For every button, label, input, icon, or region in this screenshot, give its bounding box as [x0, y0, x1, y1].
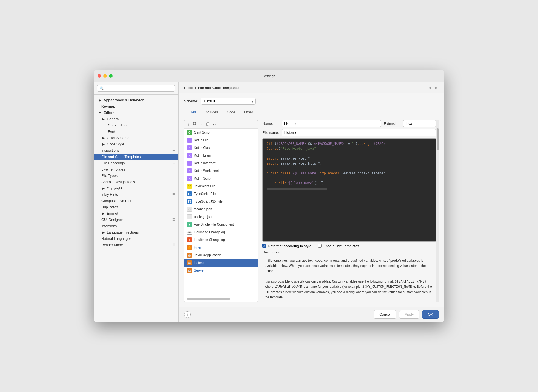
copy-template-button[interactable]: [192, 122, 198, 127]
list-item[interactable]: K Kotlin File: [184, 136, 258, 144]
collapse-icon: ▼: [98, 111, 102, 115]
scheme-label: Scheme:: [184, 99, 198, 103]
live-templates-checkbox[interactable]: [318, 244, 322, 248]
item-icon: Y: [187, 237, 192, 242]
sidebar-item-inlay-hints[interactable]: Inlay Hints ☰: [94, 191, 178, 198]
tab-files[interactable]: Files: [184, 108, 200, 116]
item-icon: G: [187, 130, 192, 135]
live-templates-checkbox-wrap[interactable]: Enable Live Templates: [318, 244, 359, 248]
reformat-checkbox[interactable]: [262, 244, 266, 248]
list-item[interactable]: K Kotlin Enum: [184, 152, 258, 159]
sidebar-item-file-types[interactable]: File Types: [94, 172, 178, 179]
tab-other[interactable]: Other: [240, 108, 257, 116]
sidebar-item-appearance[interactable]: ▶ Appearance & Behavior: [94, 97, 178, 103]
sidebar-item-emmet[interactable]: ▶ Emmet: [94, 210, 178, 217]
sidebar-item-keymap[interactable]: Keymap: [94, 103, 178, 109]
sidebar-item-inspections[interactable]: Inspections ☰: [94, 147, 178, 154]
cancel-button[interactable]: Cancel: [374, 310, 396, 319]
list-item[interactable]: G Gant Script: [184, 129, 258, 136]
add-template-button[interactable]: +: [187, 122, 191, 127]
help-button[interactable]: ?: [184, 311, 191, 318]
search-input-wrap[interactable]: 🔍: [97, 85, 175, 92]
sidebar-item-editor[interactable]: ▼ Editor: [94, 109, 178, 116]
list-item[interactable]: 🟠 Filter: [184, 244, 258, 251]
ok-button[interactable]: OK: [422, 310, 439, 319]
list-item[interactable]: ▼ Vue Single File Component: [184, 221, 258, 228]
list-item[interactable]: TS TypeScript File: [184, 190, 258, 198]
sidebar-tree: ▶ Appearance & Behavior Keymap ▼ Editor …: [94, 95, 178, 322]
sidebar-item-font[interactable]: Font: [94, 128, 178, 135]
duplicate-template-button[interactable]: [205, 122, 211, 127]
template-list-panel: + − ↩: [184, 120, 258, 302]
close-button[interactable]: [98, 74, 101, 78]
minimize-button[interactable]: [103, 74, 107, 78]
breadcrumb-bar: Editor › File and Code Templates ◀ ▶: [179, 82, 444, 93]
sidebar-item-general[interactable]: ▶ General: [94, 116, 178, 122]
maximize-button[interactable]: [109, 74, 113, 78]
sidebar-item-label: Inlay Hints: [101, 192, 118, 197]
sidebar-item-intentions[interactable]: Intentions: [94, 223, 178, 229]
sidebar-item-duplicates[interactable]: Duplicates: [94, 204, 178, 210]
item-icon: </>: [187, 230, 192, 235]
sidebar-item-file-encodings[interactable]: File Encodings ☰: [94, 160, 178, 166]
expand-icon: ▶: [101, 142, 105, 146]
scheme-select[interactable]: Default: [201, 98, 256, 105]
list-item-listener[interactable]: ☕ Listener: [184, 259, 258, 267]
item-label: Vue Single File Component: [194, 223, 234, 226]
filename-input[interactable]: [282, 129, 436, 136]
template-list: G Gant Script K Kotlin File K: [184, 129, 258, 295]
sidebar-item-label: Duplicates: [101, 205, 118, 209]
sidebar-item-live-templates[interactable]: Live Templates: [94, 166, 178, 172]
code-scrollbar-thumb[interactable]: [267, 188, 327, 190]
sidebar-item-language-injections[interactable]: ▶ Language Injections ☰: [94, 229, 178, 235]
code-editor[interactable]: #if (${PACKAGE_NAME} && ${PACKAGE_NAME} …: [262, 138, 436, 242]
tab-code[interactable]: Code: [222, 108, 240, 116]
reset-template-button[interactable]: ↩: [212, 122, 217, 127]
tab-includes[interactable]: Includes: [200, 108, 222, 116]
reformat-checkbox-wrap[interactable]: Reformat according to style: [262, 244, 311, 248]
search-input[interactable]: [105, 87, 173, 90]
sidebar-item-compose-live-edit[interactable]: Compose Live Edit: [94, 198, 178, 204]
sidebar-item-label: GUI Designer: [101, 218, 123, 222]
sidebar-item-color-scheme[interactable]: ▶ Color Scheme: [94, 135, 178, 141]
list-scrollbar-thumb[interactable]: [187, 298, 230, 300]
list-item[interactable]: {} tsconfig.json: [184, 205, 258, 213]
sidebar-item-code-editing[interactable]: Code Editing: [94, 122, 178, 128]
vertical-scrollbar[interactable]: [436, 120, 439, 302]
list-item[interactable]: TS TypeScript JSX File: [184, 198, 258, 205]
sidebar-item-android-design-tools[interactable]: Android Design Tools: [94, 179, 178, 185]
list-item[interactable]: Y Liquibase Changelog: [184, 236, 258, 244]
list-item[interactable]: K Kotlin Interface: [184, 159, 258, 167]
list-item[interactable]: K Kotlin Class: [184, 144, 258, 152]
sidebar-item-natural-languages[interactable]: Natural Languages: [94, 235, 178, 242]
filename-row: File name:: [262, 129, 436, 136]
remove-template-button[interactable]: −: [199, 122, 204, 127]
item-icon: ☕: [187, 268, 192, 273]
list-item[interactable]: JS JavaScript File: [184, 182, 258, 190]
list-item[interactable]: K Kotlin Script: [184, 175, 258, 182]
list-item[interactable]: ☕ Servlet: [184, 267, 258, 274]
list-item[interactable]: </> Liquibase Changelog: [184, 228, 258, 236]
sidebar-item-copyright[interactable]: ▶ Copyright: [94, 185, 178, 191]
scrollbar-knob[interactable]: [437, 128, 439, 150]
apply-button[interactable]: Apply: [399, 310, 420, 319]
sidebar-item-reader-mode[interactable]: Reader Mode ☰: [94, 242, 178, 248]
sidebar-item-code-style[interactable]: ▶ Code Style: [94, 141, 178, 147]
list-item[interactable]: ☕ JavaFXApplication: [184, 251, 258, 259]
list-item[interactable]: {} package.json: [184, 213, 258, 221]
live-templates-label: Enable Live Templates: [323, 244, 359, 248]
expand-icon: ▶: [101, 117, 105, 121]
nav-forward-button[interactable]: ▶: [434, 85, 439, 90]
sidebar-badge: ☰: [172, 230, 175, 234]
sidebar-item-file-and-code-templates[interactable]: File and Code Templates: [94, 154, 178, 160]
sidebar-badge: ☰: [172, 193, 175, 196]
name-input[interactable]: [282, 120, 381, 127]
extension-input[interactable]: [403, 120, 436, 127]
item-label: Kotlin Script: [194, 177, 211, 180]
nav-back-button[interactable]: ◀: [427, 85, 433, 90]
name-label: Name:: [262, 122, 279, 126]
panel-body: Scheme: Default Files Includes Code Othe…: [179, 93, 444, 307]
item-icon: K: [187, 145, 192, 150]
list-item[interactable]: K Kotlin Worksheet: [184, 167, 258, 175]
sidebar-item-gui-designer[interactable]: GUI Designer ☰: [94, 217, 178, 223]
